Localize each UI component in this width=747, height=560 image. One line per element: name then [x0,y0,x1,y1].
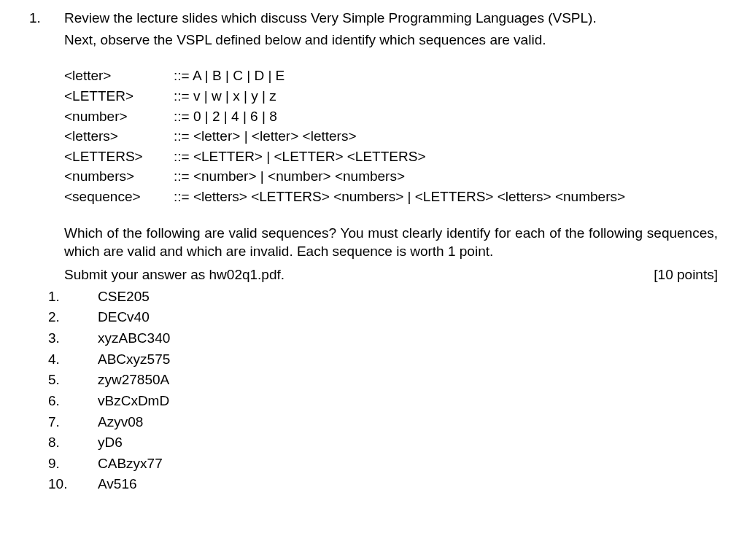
item-value: yD6 [85,433,718,452]
intro-line-2: Next, observe the VSPL defined below and… [64,31,718,50]
item-value: zyw27850A [85,370,718,389]
item-number: 6. [45,392,85,411]
grammar-rhs: ::= <letter> | <letter> <letters> [174,127,718,146]
intro-text: Review the lecture slides which discuss … [64,9,718,49]
item-value: Av516 [85,475,718,494]
question-number: 1. [29,9,64,28]
sequence-list: 1. CSE205 2. DECv40 3. xyzABC340 4. ABCx… [45,287,718,494]
item-value: Azyv08 [85,413,718,432]
grammar-rule: <LETTER> ::= v | w | x | y | z [64,87,718,106]
grammar-rhs: ::= <number> | <number> <numbers> [174,167,718,186]
list-item: 9. CABzyx77 [45,454,718,473]
grammar-rhs: ::= v | w | x | y | z [174,87,718,106]
grammar-rhs: ::= <LETTER> | <LETTER> <LETTERS> [174,147,718,166]
instructions-text: Which of the following are valid sequenc… [64,224,718,261]
list-item: 4. ABCxyz575 [45,350,718,369]
list-item: 6. vBzCxDmD [45,392,718,411]
list-item: 2. DECv40 [45,308,718,327]
grammar-lhs: <letter> [64,66,174,85]
grammar-lhs: <LETTERS> [64,147,174,166]
item-number: 10. [45,475,85,494]
item-value: CABzyx77 [85,454,718,473]
question-body: Review the lecture slides which discuss … [64,9,718,496]
grammar-lhs: <LETTER> [64,87,174,106]
grammar-rule: <sequence> ::= <letters> <LETTERS> <numb… [64,187,718,206]
grammar-lhs: <letters> [64,127,174,146]
item-value: vBzCxDmD [85,392,718,411]
grammar-lhs: <sequence> [64,187,174,206]
submit-text: Submit your answer as hw02q1.pdf. [64,265,285,284]
item-number: 8. [45,433,85,452]
grammar-lhs: <numbers> [64,167,174,186]
item-number: 2. [45,308,85,327]
item-number: 3. [45,329,85,348]
list-item: 7. Azyv08 [45,413,718,432]
item-number: 4. [45,350,85,369]
item-value: ABCxyz575 [85,350,718,369]
submit-row: Submit your answer as hw02q1.pdf. [10 po… [64,265,718,284]
grammar-rule: <letter> ::= A | B | C | D | E [64,66,718,85]
grammar-rule: <letters> ::= <letter> | <letter> <lette… [64,127,718,146]
page: 1. Review the lecture slides which discu… [0,0,747,503]
points-text: [10 points] [654,265,718,284]
grammar-rhs: ::= A | B | C | D | E [174,66,718,85]
item-number: 9. [45,454,85,473]
grammar-block: <letter> ::= A | B | C | D | E <LETTER> … [64,66,718,206]
item-value: xyzABC340 [85,329,718,348]
grammar-rule: <number> ::= 0 | 2 | 4 | 6 | 8 [64,107,718,126]
item-value: DECv40 [85,308,718,327]
item-number: 5. [45,370,85,389]
list-item: 3. xyzABC340 [45,329,718,348]
item-number: 7. [45,413,85,432]
grammar-lhs: <number> [64,107,174,126]
grammar-rhs: ::= 0 | 2 | 4 | 6 | 8 [174,107,718,126]
item-number: 1. [45,287,85,306]
list-item: 1. CSE205 [45,287,718,306]
grammar-rule: <LETTERS> ::= <LETTER> | <LETTER> <LETTE… [64,147,718,166]
grammar-rhs: ::= <letters> <LETTERS> <numbers> | <LET… [174,187,718,206]
item-value: CSE205 [85,287,718,306]
question-row: 1. Review the lecture slides which discu… [29,9,718,496]
list-item: 10. Av516 [45,475,718,494]
intro-line-1: Review the lecture slides which discuss … [64,9,718,28]
grammar-rule: <numbers> ::= <number> | <number> <numbe… [64,167,718,186]
list-item: 8. yD6 [45,433,718,452]
list-item: 5. zyw27850A [45,370,718,389]
